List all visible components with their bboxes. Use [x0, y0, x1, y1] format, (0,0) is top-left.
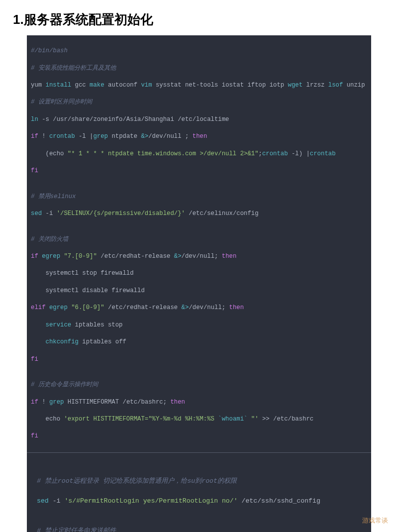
- code-token: `whoami`: [218, 416, 247, 423]
- code-token: if: [31, 399, 38, 406]
- code-token: yum: [31, 82, 46, 89]
- code-token: &>: [182, 304, 189, 311]
- code-token: (echo: [31, 150, 68, 157]
- code-line: # 关闭防火墙: [31, 236, 68, 243]
- code-token: 's/#PermitRootLogin yes/PermitRootLogin …: [64, 497, 237, 505]
- code-token: /dev/null;: [182, 253, 222, 260]
- code-token: [46, 304, 49, 311]
- code-token: ntpdate: [108, 133, 141, 140]
- code-line: # 禁止root远程登录 切记给系统添加普通用户，给su到root的权限: [37, 477, 237, 485]
- code-token: [31, 338, 46, 345]
- code-line: fi: [31, 432, 38, 439]
- code-line: fi: [31, 167, 38, 174]
- code-token: if: [31, 133, 38, 140]
- code-token: &>: [174, 253, 182, 260]
- code-token: service: [46, 321, 72, 328]
- code-token: autoconf: [104, 82, 141, 89]
- document-title: 1.服务器系统配置初始化: [0, 0, 398, 35]
- code-token: >> /etc/bashrc: [259, 416, 314, 423]
- code-token: "7.[0-9]": [64, 253, 97, 260]
- code-token: echo: [31, 416, 64, 423]
- code-token: -l) |: [288, 150, 310, 157]
- code-token: egrep: [42, 253, 60, 260]
- code-token: then: [222, 253, 237, 260]
- code-token: grep: [93, 133, 108, 140]
- code-token: !: [38, 133, 49, 140]
- code-token: sed: [31, 210, 42, 217]
- code-line: fi: [31, 356, 38, 363]
- code-token: &>: [141, 133, 148, 140]
- code-token: -s /usr/share/zoneinfo/Asia/Shanghai /et…: [38, 116, 229, 123]
- code-token: egrep: [49, 304, 68, 311]
- code-token: /dev/null;: [189, 304, 229, 311]
- code-line: # 设置时区并同步时间: [31, 99, 92, 106]
- code-token: '/SELINUX/{s/permissive/disabled/}': [57, 210, 185, 217]
- code-token: 'export HISTTIMEFORMAT="%Y-%m-%d %H:%M:%…: [64, 416, 218, 423]
- code-token: crontab: [262, 150, 288, 157]
- code-token: then: [193, 133, 207, 140]
- code-token: then: [170, 399, 185, 406]
- code-token: [31, 321, 46, 328]
- code-token: ln: [31, 116, 38, 123]
- code-line: systemctl stop firewalld: [31, 270, 134, 277]
- code-token: iptables stop: [71, 321, 122, 328]
- code-line: #/bin/bash: [31, 47, 68, 54]
- code-token: /etc/ssh/sshd_config: [238, 497, 320, 505]
- code-block-2: # 禁止root远程登录 切记给系统添加普通用户，给su到root的权限 sed…: [31, 461, 367, 532]
- code-token: then: [229, 304, 244, 311]
- code-token: "': [247, 416, 258, 423]
- code-token: "* 1 * * * ntpdate time.windows.com >/de…: [68, 150, 259, 157]
- code-section-divider: [27, 452, 371, 453]
- code-token: crontab: [310, 150, 336, 157]
- code-token: sed: [37, 497, 49, 505]
- code-token: HISTTIMEFORMAT /etc/bashrc;: [64, 399, 170, 406]
- code-token: lrzsz: [302, 82, 328, 89]
- code-token: grep: [49, 399, 64, 406]
- code-token: unzip: [343, 82, 365, 89]
- code-token: -i: [49, 497, 65, 505]
- code-token: elif: [31, 304, 46, 311]
- code-token: crontab: [49, 133, 75, 140]
- code-line: # 禁用selinux: [31, 193, 76, 200]
- code-token: -i: [42, 210, 57, 217]
- code-line: # 历史命令显示操作时间: [31, 381, 98, 388]
- code-token: install: [46, 82, 72, 89]
- code-token: /etc/selinux/config: [185, 210, 259, 217]
- code-token: if: [31, 253, 38, 260]
- code-token: -l |: [75, 133, 94, 140]
- code-token: wget: [288, 82, 303, 89]
- code-token: ;: [259, 150, 262, 157]
- watermark: 游戏常谈: [362, 516, 388, 525]
- code-token: lsof: [328, 82, 343, 89]
- code-token: make: [90, 82, 104, 89]
- code-token: vim: [141, 82, 152, 89]
- code-line: # 安装系统性能分析工具及其他: [31, 65, 116, 72]
- code-container: #/bin/bash # 安装系统性能分析工具及其他 yum install g…: [27, 35, 371, 532]
- code-token: chkconfig: [46, 338, 79, 345]
- code-token: sysstat net-tools iostat iftop iotp: [152, 82, 288, 89]
- code-line: # 禁止定时任务向发送邮件: [37, 527, 116, 532]
- code-token: !: [38, 399, 49, 406]
- code-token: iptables off: [79, 338, 126, 345]
- code-token: gcc: [71, 82, 90, 89]
- code-token: /dev/null ;: [148, 133, 193, 140]
- code-token: "6.[0-9]": [71, 304, 104, 311]
- code-line: systemctl disable firewalld: [31, 287, 145, 294]
- code-token: /etc/redhat-release: [97, 253, 174, 260]
- code-block-1: #/bin/bash # 安装系统性能分析工具及其他 yum install g…: [27, 35, 371, 532]
- code-token: /etc/redhat-release: [104, 304, 182, 311]
